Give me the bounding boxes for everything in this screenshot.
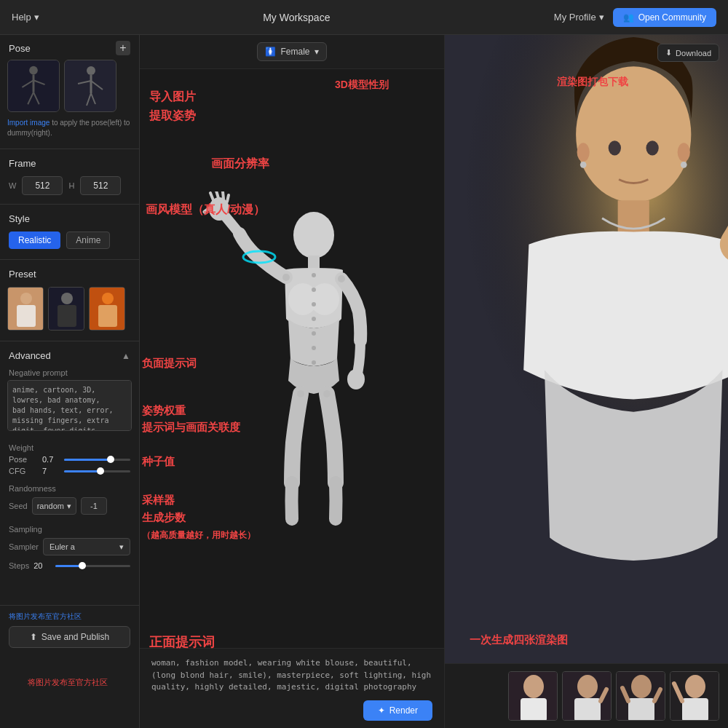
- negative-prompt-wrapper: anime, cartoon, 3D, lowres, bad anatomy,…: [7, 380, 132, 433]
- render-icon: ✦: [378, 705, 385, 716]
- divider-2: [0, 204, 139, 205]
- sampler-row: Sampler Euler a ▾: [0, 535, 139, 558]
- svg-point-51: [609, 141, 621, 155]
- svg-point-37: [312, 288, 316, 292]
- canvas-toolbar: 🚺 Female ▾: [140, 35, 444, 69]
- main-layout: Pose +: [0, 35, 728, 728]
- pose-section-header: Pose +: [0, 35, 139, 60]
- pose-weight-track: [64, 459, 130, 461]
- render-svg: [445, 35, 728, 663]
- pose-weight-fill: [64, 459, 111, 461]
- steps-thumb: [79, 562, 86, 569]
- thumbnail-1[interactable]: [508, 671, 558, 721]
- frame-width-input[interactable]: [22, 176, 63, 195]
- mannequin-svg: [161, 191, 423, 526]
- preset-image-2[interactable]: [48, 287, 84, 331]
- svg-rect-22: [98, 305, 117, 327]
- style-anime-button[interactable]: Anime: [66, 232, 110, 249]
- svg-point-39: [312, 317, 316, 321]
- prompt-area: woman, fashion model, wearing white blou…: [140, 648, 444, 728]
- render-label: Render: [389, 705, 418, 716]
- pose-weight-row: Pose 0.7: [0, 454, 139, 465]
- gender-select[interactable]: 🚺 Female ▾: [257, 42, 326, 61]
- download-button[interactable]: ⬇ Download: [657, 44, 719, 62]
- svg-point-60: [681, 162, 687, 168]
- profile-menu[interactable]: My Profile ▾: [554, 12, 604, 23]
- divider-1: [0, 149, 139, 149]
- open-community-button[interactable]: 👥 Open Community: [613, 8, 716, 27]
- frame-section-header: Frame: [0, 152, 139, 173]
- add-pose-button[interactable]: +: [116, 41, 130, 55]
- pose-image-2[interactable]: [64, 60, 116, 112]
- pose-weight-label: Pose: [9, 455, 38, 464]
- svg-rect-76: [682, 698, 708, 721]
- download-label: Download: [676, 49, 711, 58]
- render-result-area: ⬇ Download: [445, 35, 728, 663]
- svg-point-18: [61, 293, 73, 304]
- right-panel: ⬇ Download: [444, 35, 728, 728]
- svg-rect-67: [574, 698, 601, 721]
- upload-icon: ⬆: [30, 632, 37, 642]
- cfg-track: [64, 470, 130, 472]
- svg-point-42: [312, 360, 316, 365]
- neg-prompt-section-label: Negative prompt: [0, 365, 139, 379]
- svg-point-66: [577, 675, 598, 698]
- workspace-title: My Workspace: [39, 12, 554, 23]
- thumbnail-3[interactable]: [616, 671, 665, 721]
- svg-point-44: [338, 275, 345, 282]
- frame-height-input[interactable]: [80, 176, 121, 195]
- canvas-area: 🚺 Female ▾: [140, 35, 444, 728]
- steps-row: Steps 20: [0, 558, 139, 576]
- thumbnail-2[interactable]: [562, 671, 612, 721]
- preset-image-3[interactable]: [89, 287, 125, 331]
- svg-line-32: [227, 195, 229, 202]
- frame-label: Frame: [9, 158, 36, 169]
- svg-point-61: [580, 162, 587, 168]
- seed-input[interactable]: [81, 497, 107, 515]
- cfg-weight-row: CFG 7: [0, 465, 139, 477]
- sampler-dropdown[interactable]: Euler a ▾: [43, 538, 130, 555]
- community-label: Open Community: [638, 12, 706, 23]
- publish-link[interactable]: 将图片发布至官方社区: [9, 612, 82, 620]
- svg-point-36: [312, 273, 316, 277]
- import-image-link[interactable]: Import image: [7, 119, 50, 127]
- preset-image-1[interactable]: [7, 287, 44, 331]
- thumbnail-4[interactable]: [670, 671, 719, 721]
- gender-label: Female: [280, 47, 309, 57]
- svg-rect-64: [521, 698, 547, 721]
- svg-rect-71: [628, 698, 654, 721]
- nav-right-section: My Profile ▾ 👥 Open Community: [554, 8, 716, 27]
- advanced-label: Advanced: [9, 350, 51, 361]
- style-realistic-button[interactable]: Realistic: [9, 232, 60, 249]
- frame-h-label: H: [68, 181, 74, 190]
- svg-point-24: [293, 212, 334, 258]
- save-publish-button[interactable]: ⬆ Save and Publish: [9, 626, 130, 648]
- gender-chevron-icon: ▾: [314, 47, 319, 57]
- svg-point-1: [29, 66, 38, 75]
- preset-images-container: [0, 284, 139, 338]
- divider-4: [0, 341, 139, 341]
- render-button[interactable]: ✦ Render: [363, 700, 432, 721]
- svg-point-70: [631, 675, 652, 698]
- svg-line-31: [223, 191, 223, 199]
- seed-dropdown[interactable]: random ▾: [32, 497, 76, 515]
- publish-hint: 将图片发布至官方社区: [9, 612, 130, 622]
- seed-label: Seed: [9, 502, 28, 510]
- save-bar: 将图片发布至官方社区 ⬆ Save and Publish: [0, 605, 139, 654]
- cfg-thumb: [97, 467, 104, 475]
- negative-prompt-input[interactable]: anime, cartoon, 3D, lowres, bad anatomy,…: [7, 380, 132, 431]
- community-icon: 👥: [623, 12, 634, 23]
- positive-prompt-input[interactable]: woman, fashion model, wearing white blou…: [151, 657, 432, 694]
- svg-point-21: [102, 293, 114, 304]
- 3d-model-viewport[interactable]: [140, 69, 444, 648]
- save-publish-label: Save and Publish: [41, 632, 109, 642]
- profile-label: My Profile: [554, 12, 596, 23]
- steps-track: [55, 565, 130, 567]
- download-icon: ⬇: [665, 48, 672, 58]
- svg-point-58: [577, 143, 590, 162]
- pose-image-1[interactable]: [7, 60, 60, 112]
- frame-inputs: W H: [0, 173, 139, 201]
- svg-point-8: [87, 66, 95, 75]
- help-menu[interactable]: Help ▾: [12, 12, 39, 23]
- advanced-section-header[interactable]: Advanced ▲: [0, 344, 139, 365]
